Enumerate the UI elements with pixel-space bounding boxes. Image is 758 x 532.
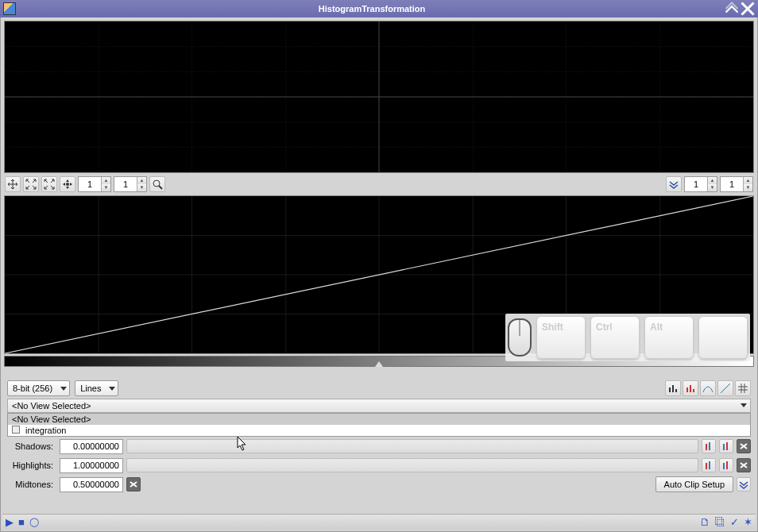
shadows-slider[interactable] <box>126 439 698 453</box>
check-icon[interactable]: ✓ <box>730 516 739 528</box>
svg-rect-39 <box>709 461 710 469</box>
copy-icon[interactable]: ⿻ <box>715 516 725 528</box>
svg-rect-34 <box>706 444 707 450</box>
apply-circle-icon[interactable]: ◯ <box>29 517 39 527</box>
shadows-reset-icon[interactable] <box>737 439 751 453</box>
svg-line-33 <box>721 384 730 393</box>
svg-rect-38 <box>706 463 707 469</box>
shadows-label: Shadows: <box>7 441 56 451</box>
ctrl-key-icon: Ctrl <box>590 316 640 359</box>
zoom-y-input[interactable] <box>114 177 137 191</box>
view-option-noview-label: <No View Selected> <box>12 414 91 424</box>
sync-icon[interactable] <box>41 176 57 192</box>
alt-key-icon: Alt <box>644 316 694 359</box>
auto-clip-button[interactable]: Auto Clip Setup <box>656 476 733 492</box>
midtone-marker[interactable] <box>375 361 383 367</box>
minimize-button[interactable] <box>725 2 739 15</box>
reset-all-icon[interactable]: ✶ <box>744 516 752 528</box>
hist-log-icon[interactable] <box>683 380 698 396</box>
expand-options-icon[interactable] <box>737 477 751 492</box>
hist-linear-icon[interactable] <box>665 380 681 396</box>
doc-icon[interactable]: 🗋 <box>700 516 710 528</box>
hist-rgb-icon[interactable] <box>700 380 716 396</box>
app-icon <box>3 2 16 15</box>
svg-rect-28 <box>672 385 674 392</box>
checkbox-icon <box>12 426 20 434</box>
svg-rect-27 <box>669 387 671 392</box>
svg-rect-32 <box>693 389 694 392</box>
magnifier-icon[interactable] <box>149 176 165 192</box>
svg-rect-35 <box>709 442 710 450</box>
scale-x-spinner[interactable]: ▲▼ <box>684 176 717 192</box>
shadows-hist-b-icon[interactable] <box>719 439 733 453</box>
style-label: Lines <box>80 384 101 393</box>
svg-rect-37 <box>726 442 728 450</box>
hist-grid-icon[interactable] <box>735 380 751 396</box>
view-dropdown[interactable]: <No View Selected> integration <box>7 413 751 437</box>
svg-rect-29 <box>675 389 677 392</box>
svg-rect-36 <box>723 444 725 450</box>
highlights-label: Highlights: <box>7 461 56 470</box>
zoom-x-spinner[interactable]: ▲▼ <box>78 176 111 192</box>
center-icon[interactable] <box>60 176 75 192</box>
blank-key-icon <box>698 316 748 359</box>
view-option-noview[interactable]: <No View Selected> <box>8 414 750 425</box>
mouse-indicator-icon <box>508 318 532 357</box>
bit-depth-select[interactable]: 8-bit (256) <box>7 380 70 396</box>
close-button[interactable] <box>741 2 755 15</box>
midtones-reset-icon[interactable] <box>126 477 141 492</box>
scale-y-input[interactable] <box>721 177 743 191</box>
bit-depth-label: 8-bit (256) <box>13 384 52 393</box>
svg-rect-40 <box>723 463 725 469</box>
svg-point-15 <box>153 180 160 187</box>
svg-line-16 <box>159 186 162 189</box>
fit-icon[interactable] <box>23 176 39 192</box>
shadows-hist-a-icon[interactable] <box>702 439 716 453</box>
status-bar: ▶ ■ ◯ 🗋 ⿻ ✓ ✶ <box>2 514 756 530</box>
svg-rect-30 <box>686 387 688 392</box>
histogram-graph[interactable] <box>4 21 754 173</box>
view-option-integration[interactable]: integration <box>8 425 750 436</box>
scale-x-input[interactable] <box>685 177 707 191</box>
view-selected-label: <No View Selected> <box>12 401 91 411</box>
midtones-input[interactable] <box>60 477 123 492</box>
zoom-x-input[interactable] <box>79 177 101 191</box>
pan-icon[interactable] <box>5 176 21 192</box>
highlights-reset-icon[interactable] <box>737 458 751 472</box>
view-select[interactable]: <No View Selected> <box>7 399 751 413</box>
svg-point-14 <box>66 183 69 186</box>
highlights-slider[interactable] <box>126 458 698 472</box>
window-title: HistogramTransformation <box>21 4 723 13</box>
scale-y-spinner[interactable]: ▲▼ <box>720 176 753 192</box>
view-option-integration-label: integration <box>25 426 66 435</box>
apply-triangle-icon[interactable]: ▶ <box>6 516 14 528</box>
shift-key-icon: Shift <box>536 316 586 359</box>
highlights-hist-b-icon[interactable] <box>719 458 733 472</box>
svg-rect-31 <box>690 385 691 392</box>
shadows-input[interactable] <box>60 439 123 454</box>
zoom-y-spinner[interactable]: ▲▼ <box>114 176 147 192</box>
apply-square-icon[interactable]: ■ <box>18 516 25 528</box>
highlights-input[interactable] <box>60 458 123 473</box>
chevron-down-icon <box>741 403 747 407</box>
collapse-icon[interactable] <box>666 176 682 192</box>
style-select[interactable]: Lines <box>75 380 118 396</box>
svg-rect-41 <box>726 461 728 469</box>
highlights-hist-a-icon[interactable] <box>702 458 716 472</box>
zoom-toolbar: ▲▼ ▲▼ ▲▼ ▲▼ <box>2 175 756 194</box>
key-overlay: Shift Ctrl Alt <box>505 314 750 361</box>
hist-curve-icon[interactable] <box>717 380 733 396</box>
midtones-label: Midtones: <box>7 480 56 489</box>
